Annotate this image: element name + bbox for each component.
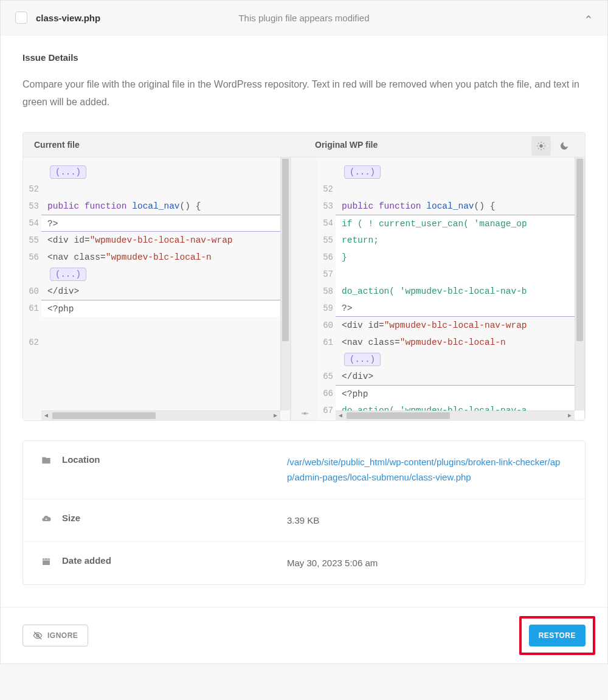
issue-details-title: Issue Details	[22, 52, 586, 63]
meta-size-label: Size	[62, 513, 287, 523]
light-theme-button[interactable]	[531, 136, 551, 156]
scrollbar-horizontal[interactable]: ◀ ▶	[336, 411, 575, 420]
line-number: 67	[317, 402, 336, 419]
restore-label: RESTORE	[539, 631, 576, 640]
meta-location-link[interactable]: /var/web/site/public_html/wp-content/plu…	[287, 457, 560, 483]
code-line: <?php	[41, 300, 290, 317]
line-number: 61	[317, 334, 336, 351]
scrollbar-vertical[interactable]	[280, 158, 290, 411]
select-checkbox[interactable]	[15, 12, 27, 24]
line-number	[23, 266, 41, 283]
code-line: (...)	[41, 266, 290, 283]
folder-icon	[41, 454, 54, 467]
code-line: do_action( 'wpmudev-blc-local-nav-b	[336, 283, 584, 300]
code-line	[336, 181, 584, 198]
code-line: (...)	[41, 164, 290, 181]
line-number: 55	[23, 232, 41, 249]
code-line: <div id="wpmudev-blc-local-nav-wrap	[41, 232, 290, 249]
scrollbar-vertical[interactable]	[575, 158, 584, 411]
diff-viewer: Current file Original WP file 5253545	[22, 132, 586, 421]
code-line: if ( ! current_user_can( 'manage_op	[336, 215, 584, 232]
code-line: (...)	[336, 164, 584, 181]
scrollbar-horizontal[interactable]: ◀ ▶	[41, 411, 280, 420]
code-line: <nav class="wpmudev-blc-local-n	[41, 249, 290, 266]
diff-header: Current file Original WP file	[23, 133, 585, 158]
code-line: <nav class="wpmudev-blc-local-n	[336, 334, 584, 351]
diff-left-title: Current file	[23, 133, 304, 157]
dark-theme-button[interactable]	[554, 136, 574, 156]
fold-marker[interactable]: (...)	[50, 268, 86, 281]
line-number: 68	[317, 419, 336, 420]
line-number: 66	[317, 385, 336, 402]
code-line	[336, 266, 584, 283]
line-number: 52	[23, 181, 41, 198]
code-line: return;	[336, 232, 584, 249]
line-number: 65	[317, 368, 336, 385]
eye-off-icon	[33, 631, 43, 640]
code-line: </div>	[41, 283, 290, 300]
meta-date-label: Date added	[62, 555, 287, 566]
line-number: 57	[317, 266, 336, 283]
line-number: 58	[317, 283, 336, 300]
moon-icon	[559, 141, 569, 151]
code-line	[41, 317, 290, 334]
fold-marker[interactable]: (...)	[50, 165, 86, 179]
line-number	[317, 164, 336, 181]
code-line: public function local_nav() {	[41, 198, 290, 215]
restore-button[interactable]: RESTORE	[529, 625, 586, 646]
meta-location-label: Location	[62, 454, 287, 465]
diff-right-pane[interactable]: 5253545556575859606165666768 (...) publi…	[317, 158, 585, 420]
line-number: 53	[317, 198, 336, 215]
meta-row-date: Date added May 30, 2023 5:06 am	[23, 542, 585, 584]
code-line	[41, 334, 290, 351]
line-number: 56	[317, 249, 336, 266]
meta-size-value: 3.39 KB	[287, 513, 567, 528]
meta-row-location: Location /var/web/site/public_html/wp-co…	[23, 441, 585, 499]
code-line: (...)	[336, 351, 584, 368]
code-line	[41, 181, 290, 198]
issue-details-description: Compare your file with the original file…	[22, 76, 586, 111]
fold-marker[interactable]: (...)	[344, 353, 381, 366]
calendar-icon	[41, 555, 54, 568]
line-number: 60	[23, 283, 41, 300]
svg-rect-1	[43, 558, 50, 565]
line-number: 52	[317, 181, 336, 198]
expand-icon[interactable]: ⇒⇐	[301, 409, 307, 418]
ignore-button[interactable]: IGNORE	[22, 625, 88, 646]
meta-row-size: Size 3.39 KB	[23, 499, 585, 542]
card-body: Issue Details Compare your file with the…	[1, 35, 607, 607]
svg-point-0	[539, 144, 542, 147]
line-number: 59	[317, 300, 336, 317]
chevron-up-icon[interactable]	[584, 13, 593, 23]
code-line: }	[336, 249, 584, 266]
ignore-label: IGNORE	[47, 631, 78, 640]
meta-table: Location /var/web/site/public_html/wp-co…	[22, 440, 586, 585]
card-header[interactable]: class-view.php This plugin file appears …	[1, 1, 607, 35]
line-number	[23, 317, 41, 334]
fold-marker[interactable]: (...)	[344, 165, 381, 179]
file-name: class-view.php	[36, 13, 100, 23]
code-line: public function local_nav() {	[336, 198, 584, 215]
line-number: 55	[317, 232, 336, 249]
code-line: ?>	[41, 215, 290, 232]
line-number	[317, 351, 336, 368]
line-number: 62	[23, 334, 41, 351]
cloud-download-icon	[41, 513, 54, 525]
code-line: ?>	[336, 300, 584, 317]
code-line: <?php	[336, 385, 584, 402]
code-line: </div>	[336, 368, 584, 385]
line-number: 60	[317, 317, 336, 334]
diff-left-pane[interactable]: 5253545556606162 (...) public function l…	[23, 158, 291, 420]
line-number: 54	[23, 215, 41, 232]
issue-card: class-view.php This plugin file appears …	[0, 0, 608, 664]
line-number: 53	[23, 198, 41, 215]
line-number	[23, 164, 41, 181]
file-status: This plugin file appears modified	[238, 13, 369, 23]
line-number: 54	[317, 215, 336, 232]
line-number: 56	[23, 249, 41, 266]
meta-date-value: May 30, 2023 5:06 am	[287, 555, 567, 571]
code-line: <div id="wpmudev-blc-local-nav-wrap	[336, 317, 584, 334]
line-number: 61	[23, 300, 41, 317]
diff-center-gutter: ⇒⇐	[291, 158, 317, 420]
card-footer: IGNORE RESTORE	[1, 607, 607, 664]
